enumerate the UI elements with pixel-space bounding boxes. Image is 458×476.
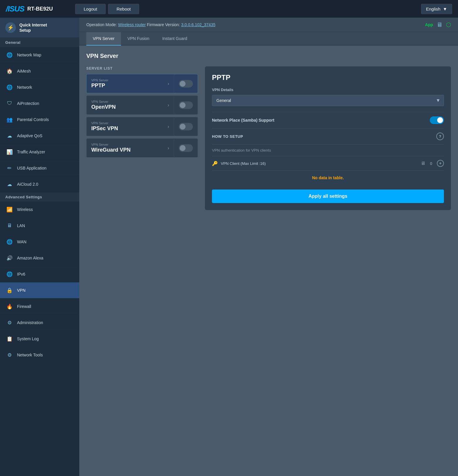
administration-icon: ⚙ [5,319,14,327]
sidebar-item-aiprotection[interactable]: 🛡 AiProtection [0,95,79,112]
sidebar-item-label: Network Map [17,53,41,57]
server-item-wireguard-main: VPN Server WireGuard VPN › [87,139,174,157]
network-icon: 🌐 [5,83,14,91]
brand-logo: /ISUS RT-BE92U [6,4,65,14]
page-title: VPN Server [86,53,451,59]
apply-settings-button[interactable]: Apply all settings [212,190,444,203]
openvpn-type-label: VPN Server [91,100,116,103]
ipsec-name: IPSec VPN [91,125,118,132]
pptp-toggle-slider [179,80,193,88]
amazon-alexa-icon: 🔊 [5,254,14,262]
pptp-title: PPTP [212,73,444,82]
network-tools-icon: ⚙ [5,351,14,359]
sidebar-item-label: IPv6 [17,272,25,276]
openvpn-toggle[interactable] [179,101,193,109]
wireguard-toggle-slider [179,144,193,152]
quick-setup-icon: ⚡ [5,22,16,33]
sidebar-item-network[interactable]: 🌐 Network [0,79,79,95]
sidebar-item-label: Traffic Analyzer [17,150,45,154]
sidebar-item-label: VPN [17,288,26,293]
pptp-arrow-icon: › [168,81,169,86]
tabs-bar: VPN Server VPN Fusion Instant Guard [79,32,458,46]
wireguard-type-label: VPN Server [91,143,131,146]
vpn-auth-text: VPN authentication for VPN clients [212,144,444,156]
pptp-details-panel: PPTP VPN Details General Advanced ▼ Netw… [205,66,451,210]
ipsec-type-label: VPN Server [91,121,118,125]
sidebar-item-label: AiMesh [17,69,31,73]
sidebar-item-aimesh[interactable]: 🏠 AiMesh [0,63,79,79]
model-name: RT-BE92U [27,6,53,12]
usb-icon[interactable]: ⬡ [446,21,451,28]
reboot-button[interactable]: Reboot [108,4,139,14]
pptp-toggle-area [174,75,198,93]
vpn-details-dropdown[interactable]: General Advanced [212,95,444,106]
display-icon[interactable]: 🖥 [437,21,442,28]
logout-button[interactable]: Logout [75,4,106,14]
server-item-pptp-info: VPN Server PPTP [91,78,108,89]
wireguard-arrow-icon: › [168,145,169,151]
wireguard-toggle-area [174,139,198,157]
sidebar-item-ipv6[interactable]: 🌐 IPv6 [0,266,79,282]
app-label: App [425,22,433,27]
sidebar-item-vpn[interactable]: 🔒 VPN [0,282,79,299]
how-to-setup-help-icon[interactable]: ? [436,133,444,140]
server-item-wireguard[interactable]: VPN Server WireGuard VPN › [86,138,198,157]
monitor-icon: 🖥 [421,161,425,166]
language-selector[interactable]: English ▼ [421,4,452,14]
wireguard-toggle[interactable] [179,144,193,152]
system-log-icon: 📋 [5,335,14,343]
firmware-version[interactable]: 3.0.0.6.102_37435 [181,22,215,27]
parental-controls-icon: 👥 [5,115,14,124]
sidebar-item-network-tools[interactable]: ⚙ Network Tools [0,347,79,363]
tab-vpn-server[interactable]: VPN Server [86,32,121,46]
sidebar-item-label: Amazon Alexa [17,256,43,260]
sidebar-item-usb-application[interactable]: ✏ USB Application [0,160,79,176]
sidebar-item-system-log[interactable]: 📋 System Log [0,331,79,347]
sidebar-item-administration[interactable]: ⚙ Administration [0,315,79,331]
sidebar-item-traffic-analyzer[interactable]: 📊 Traffic Analyzer [0,144,79,160]
language-label: English [426,6,440,11]
sidebar-item-aicloud[interactable]: ☁ AiCloud 2.0 [0,176,79,192]
sidebar-item-wan[interactable]: 🌐 WAN [0,234,79,250]
sidebar-item-parental-controls[interactable]: 👥 Parental Controls [0,112,79,128]
server-item-openvpn-info: VPN Server OpenVPN [91,100,116,110]
openvpn-toggle-area [174,96,198,114]
server-item-openvpn[interactable]: VPN Server OpenVPN › [86,95,198,115]
server-item-ipsec[interactable]: VPN Server IPSec VPN › [86,117,198,136]
sidebar-item-adaptive-qos[interactable]: ☁ Adaptive QoS [0,128,79,144]
pptp-toggle[interactable] [179,80,193,88]
sidebar-item-label: USB Application [17,166,46,170]
sidebar-item-label: Wireless [17,207,33,212]
two-column-layout: SERVER LIST VPN Server PPTP › [86,66,451,210]
add-vpn-client-button[interactable]: + [437,160,444,167]
sidebar-item-label: Parental Controls [17,117,49,122]
vpn-client-row: 🔑 VPN Client (Max Limit :16) 🖥 0 + [212,156,444,170]
content-area: Operation Mode: Wireless router Firmware… [79,18,458,476]
server-item-pptp-main: VPN Server PPTP › [87,74,174,93]
operation-mode-label: Operation Mode: [86,22,117,27]
tab-instant-guard[interactable]: Instant Guard [156,32,194,46]
sidebar: ⚡ Quick InternetSetup General 🌐 Network … [0,18,79,476]
sidebar-item-label: AiProtection [17,101,39,106]
sidebar-item-wireless[interactable]: 📶 Wireless [0,202,79,218]
ipsec-toggle-area [174,118,198,135]
sidebar-item-firewall[interactable]: 🔥 Firewall [0,299,79,315]
network-place-toggle[interactable] [430,116,444,124]
lan-icon: 🖥 [5,222,14,230]
tab-vpn-fusion[interactable]: VPN Fusion [121,32,156,46]
sidebar-item-label: System Log [17,336,39,341]
sidebar-item-network-map[interactable]: 🌐 Network Map [0,47,79,63]
server-item-pptp[interactable]: VPN Server PPTP › [86,74,198,93]
server-item-wireguard-info: VPN Server WireGuard VPN [91,143,131,153]
topbar: /ISUS RT-BE92U Logout Reboot English ▼ [0,0,458,18]
operation-mode-link[interactable]: Wireless router [118,22,146,27]
quick-internet-setup[interactable]: ⚡ Quick InternetSetup [0,18,79,38]
client-count: 0 [430,161,432,166]
ipsec-toggle[interactable] [179,123,193,130]
server-item-openvpn-main: VPN Server OpenVPN › [87,96,174,114]
sidebar-item-lan[interactable]: 🖥 LAN [0,218,79,234]
ipsec-toggle-slider [179,123,193,130]
sidebar-item-amazon-alexa[interactable]: 🔊 Amazon Alexa [0,250,79,266]
sidebar-item-label: AiCloud 2.0 [17,182,38,187]
vpn-details-label: VPN Details [212,88,444,92]
